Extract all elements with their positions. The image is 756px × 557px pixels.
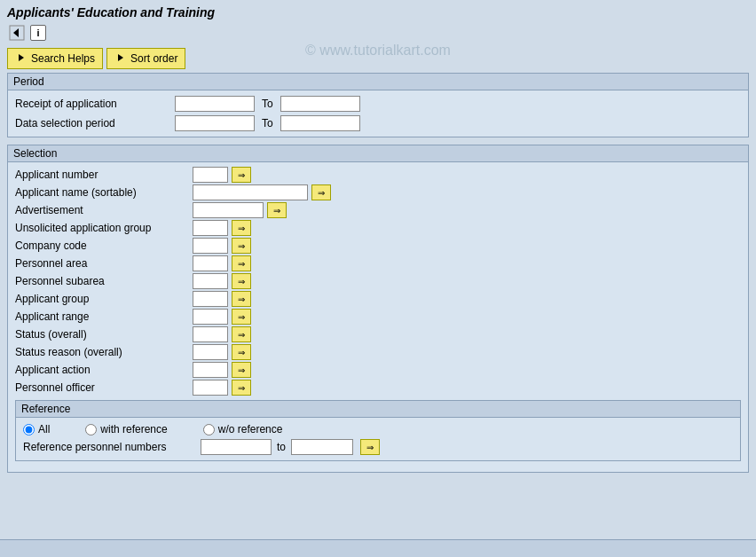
reference-header: Reference [16,401,740,418]
sort-order-label: Sort order [130,52,177,65]
applicant-group-row: Applicant group ⇒ [15,290,741,308]
personnel-subarea-arrow[interactable]: ⇒ [232,273,251,289]
applicant-name-row: Applicant name (sortable) ⇒ [15,184,741,201]
applicant-action-input[interactable] [193,362,228,378]
applicant-number-arrow[interactable]: ⇒ [232,167,251,183]
advertisement-arrow[interactable]: ⇒ [267,202,287,218]
toolbar-icons-row: i [0,21,756,44]
unsolicited-label: Unsolicited application group [15,222,193,234]
receipt-to-input[interactable] [280,96,360,112]
selection-header: Selection [8,145,748,162]
status-reason-input[interactable] [193,344,228,360]
selection-content: Applicant number ⇒ Applicant name (sorta… [8,162,748,472]
period-section: Period Receipt of application To Data se… [7,73,749,137]
arrow-icon: ⇒ [238,277,245,286]
applicant-range-input[interactable] [193,309,228,325]
applicant-range-label: Applicant range [15,310,193,323]
info-button[interactable]: i [30,25,46,41]
status-overall-input[interactable] [193,326,228,342]
radio-without-reference[interactable]: w/o reference [203,423,283,435]
arrow-icon: ⇒ [366,443,374,452]
personnel-officer-input[interactable] [193,380,228,396]
applicant-number-input[interactable] [193,167,228,183]
personnel-officer-arrow[interactable]: ⇒ [232,380,251,396]
applicant-action-arrow[interactable]: ⇒ [232,362,251,378]
radio-with-ref-input[interactable] [85,424,97,435]
applicant-number-label: Applicant number [15,169,193,181]
data-selection-row: Data selection period To [15,114,741,133]
applicant-name-label: Applicant name (sortable) [15,186,193,199]
ref-num-from-input[interactable] [201,439,272,455]
status-overall-label: Status (overall) [15,328,193,341]
unsolicited-arrow[interactable]: ⇒ [232,220,251,236]
arrow-icon: ⇒ [238,224,245,233]
applicant-range-arrow[interactable]: ⇒ [232,309,251,325]
radio-all-label: All [38,423,50,435]
ref-num-arrow[interactable]: ⇒ [360,439,380,455]
radio-all[interactable]: All [23,423,50,435]
arrow-icon: ⇒ [238,294,245,304]
status-reason-label: Status reason (overall) [15,346,193,358]
advertisement-label: Advertisement [15,204,193,216]
arrow-icon: ⇒ [238,365,245,375]
personnel-area-arrow[interactable]: ⇒ [232,255,251,271]
back-button[interactable] [7,23,27,43]
arrow-icon: ⇒ [238,383,245,393]
arrow-icon: ⇒ [238,348,245,357]
data-selection-to-label: To [262,117,273,129]
personnel-officer-row: Personnel officer ⇒ [15,379,741,396]
arrow-icon: ⇒ [318,188,325,198]
data-selection-from-input[interactable] [175,115,255,131]
personnel-subarea-input[interactable] [193,273,228,289]
applicant-name-arrow[interactable]: ⇒ [311,184,331,200]
search-helps-button[interactable]: Search Helps [7,48,103,69]
selection-section: Selection Applicant number ⇒ Applicant n… [7,145,749,473]
page-title: Applicants' Education and Training [7,5,749,20]
receipt-label: Receipt of application [15,98,175,110]
applicant-group-input[interactable] [193,291,228,307]
company-code-arrow[interactable]: ⇒ [232,238,251,254]
applicant-name-input[interactable] [193,184,308,200]
unsolicited-row: Unsolicited application group ⇒ [15,219,741,237]
arrow-icon: ⇒ [273,206,280,216]
applicant-group-label: Applicant group [15,293,193,305]
status-bar [0,539,756,557]
applicant-action-row: Applicant action ⇒ [15,361,741,379]
arrow-icon: ⇒ [238,241,245,251]
applicant-number-row: Applicant number ⇒ [15,166,741,184]
personnel-subarea-row: Personnel subarea ⇒ [15,272,741,290]
status-reason-arrow[interactable]: ⇒ [232,344,251,360]
arrow-icon: ⇒ [238,259,245,269]
company-code-row: Company code ⇒ [15,237,741,255]
search-helps-label: Search Helps [31,52,95,65]
advertisement-input[interactable] [193,202,264,218]
applicant-action-label: Applicant action [15,364,193,376]
sort-order-arrow-icon [114,51,127,67]
applicant-group-arrow[interactable]: ⇒ [232,291,251,307]
status-overall-arrow[interactable]: ⇒ [232,326,251,342]
period-header: Period [8,74,748,90]
ref-num-to-input[interactable] [291,439,353,455]
radio-all-input[interactable] [23,424,35,435]
unsolicited-input[interactable] [193,220,228,236]
content-area: Period Receipt of application To Data se… [0,73,756,539]
data-selection-to-input[interactable] [280,115,360,131]
personnel-area-input[interactable] [193,255,228,271]
sort-order-button[interactable]: Sort order [106,48,185,69]
toolbar: Search Helps Sort order [0,44,756,73]
personnel-area-row: Personnel area ⇒ [15,255,741,272]
receipt-row: Receipt of application To [15,94,741,114]
receipt-from-input[interactable] [175,96,255,112]
reference-content: All with reference w/o reference [16,418,740,460]
company-code-input[interactable] [193,238,228,254]
radio-without-ref-input[interactable] [203,424,215,435]
radio-with-reference[interactable]: with reference [85,423,167,435]
main-container: Applicants' Education and Training i © w… [0,0,756,557]
status-reason-row: Status reason (overall) ⇒ [15,343,741,361]
advertisement-row: Advertisement ⇒ [15,201,741,219]
radio-with-ref-label: with reference [100,423,167,435]
data-selection-label: Data selection period [15,117,175,129]
info-icon: i [36,27,39,38]
radio-row: All with reference w/o reference [23,421,733,437]
ref-num-to-label: to [277,441,286,453]
